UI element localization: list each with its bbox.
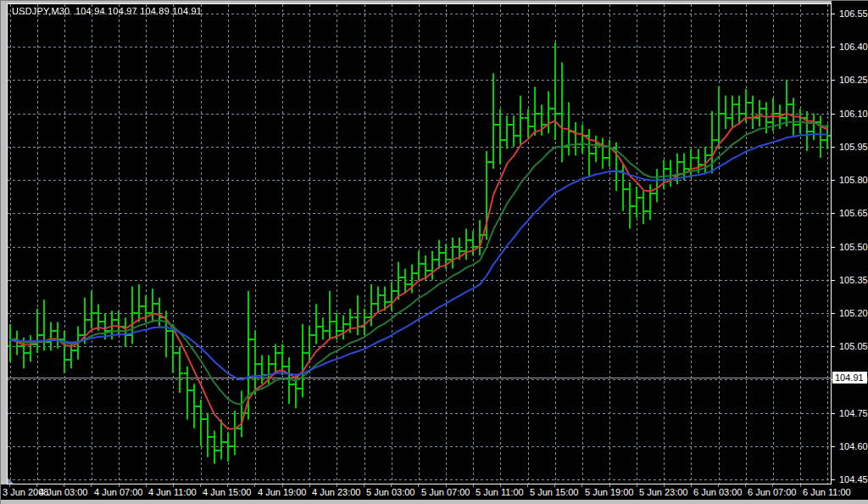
price-tick-label: 106.10 [839,109,868,119]
time-tick-label: 5 Jun 11:00 [476,487,524,498]
time-tick-label: 6 Jun 11:00 [803,487,851,498]
time-tick [581,484,582,487]
price-tick-label: 104.45 [839,474,868,484]
price-chart-canvas[interactable] [8,4,831,484]
price-tick [832,313,835,314]
price-tick [832,413,835,414]
time-tick [309,484,310,487]
price-tick-label: 106.55 [839,8,868,19]
price-tick [832,180,835,181]
current-price-badge: 104.91 [832,372,867,384]
price-tick-label: 105.35 [839,275,868,285]
time-tick-label: 6 Jun 03:00 [693,487,743,498]
price-tick-label: 105.95 [839,142,868,152]
symbol-ohlc-label: USDJPY,M30 104.94 104.97 104.89 104.91 [12,6,202,16]
time-tick-label: 4 Jun 19:00 [258,487,307,498]
price-tick [832,346,835,347]
time-tick-label: 5 Jun 03:00 [366,487,415,498]
price-tick [832,213,835,214]
price-tick [832,114,835,115]
time-tick [418,484,419,487]
time-axis[interactable]: 3 Jun 20084 Jun 03:004 Jun 07:004 Jun 11… [1,484,868,500]
price-tick [832,47,835,48]
time-tick-label: 5 Jun 23:00 [639,487,688,498]
time-tick-label: 5 Jun 19:00 [585,487,634,498]
price-axis[interactable]: 106.55106.40106.25106.10105.95105.80105.… [832,1,868,500]
time-tick-label: 6 Jun 07:00 [748,487,797,498]
price-tick [832,446,835,447]
price-tick [832,479,835,480]
price-tick [832,80,835,81]
price-tick [832,280,835,281]
time-tick [91,484,92,487]
time-tick [254,484,255,487]
price-tick-label: 105.20 [839,308,868,318]
time-tick-label: 4 Jun 15:00 [203,487,252,498]
price-tick-label: 104.60 [839,441,868,451]
time-tick [745,484,746,487]
time-tick [364,484,364,487]
chart-window: USDJPY,M30 104.94 104.97 104.89 104.91 1… [0,0,868,504]
time-tick [637,484,637,487]
price-tick-label: 106.40 [839,42,868,52]
time-tick [146,484,147,487]
time-tick-label: 5 Jun 07:00 [421,487,470,498]
time-tick [691,484,692,487]
price-tick-label: 105.05 [839,341,868,351]
price-tick-label: 105.50 [839,242,868,252]
time-tick-label: 4 Jun 11:00 [148,487,197,498]
price-tick-label: 106.25 [839,75,868,85]
scroll-position-marker-icon [8,478,14,484]
time-tick-label: 4 Jun 07:00 [94,487,143,498]
time-tick [800,484,801,487]
time-tick-label: 4 Jun 23:00 [312,487,361,498]
price-tick-label: 105.65 [839,208,868,218]
time-tick [473,484,474,487]
price-tick-label: 104.75 [839,408,868,418]
price-tick [832,247,835,248]
window-frame-bottom [1,500,868,504]
time-tick [527,484,528,487]
price-tick [832,14,835,14]
price-tick-label: 105.80 [839,175,868,185]
time-tick-label: 4 Jun 03:00 [39,487,88,498]
time-tick [200,484,201,487]
time-tick-label: 5 Jun 15:00 [530,487,579,498]
price-tick [832,147,835,148]
